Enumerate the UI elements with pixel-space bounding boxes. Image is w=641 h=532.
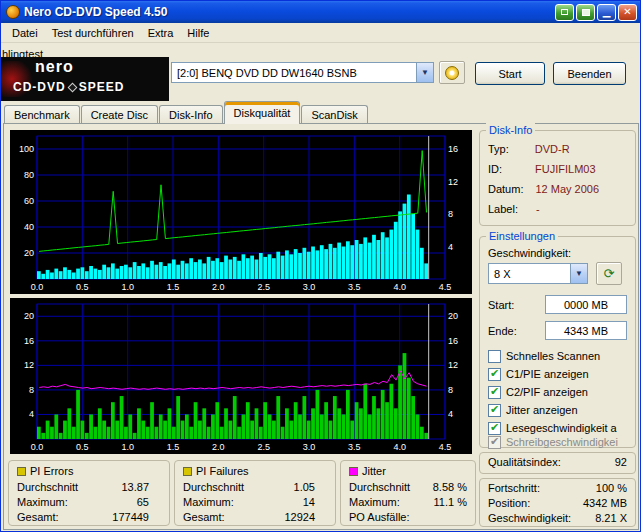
tab-scandisk[interactable]: ScanDisk xyxy=(301,105,367,124)
save-capture-button[interactable] xyxy=(576,4,595,21)
svg-text:16: 16 xyxy=(448,336,458,346)
stat-value: 177449 xyxy=(112,511,149,523)
svg-text:4: 4 xyxy=(448,242,453,252)
disk-label-label: Label: xyxy=(488,203,518,215)
end-position-field[interactable]: 4343 MB xyxy=(545,321,627,340)
checkbox-schreibgeschwindigkeit[interactable] xyxy=(488,436,501,449)
stat-value: 65 xyxy=(137,496,149,508)
pi-failures-stats-title: PI Failures xyxy=(196,465,249,477)
pi-failures-chart: 48121620481216200.00.51.01.52.02.53.03.5… xyxy=(10,298,472,454)
eject-disc-button[interactable] xyxy=(439,61,465,84)
disk-typ-label: Typ: xyxy=(488,143,509,155)
close-button[interactable]: ✕ xyxy=(618,4,637,21)
logo-product-left: CD-DVD xyxy=(13,80,66,94)
svg-text:60: 60 xyxy=(24,196,34,206)
tab-create-disc[interactable]: Create Disc xyxy=(81,105,158,124)
refresh-speed-button[interactable]: ⟳ xyxy=(596,262,622,285)
jitter-stats-title: Jitter xyxy=(362,465,386,477)
drive-select[interactable]: [2:0] BENQ DVD DD DW1640 BSNB ▼ xyxy=(171,62,434,83)
pi-errors-stats-title: PI Errors xyxy=(30,465,73,477)
nero-cd-dvd-speed-window: Nero CD-DVD Speed 4.50 ▁ ✕ Datei Test du… xyxy=(0,0,641,532)
menu-test-durchfuehren[interactable]: Test durchführen xyxy=(45,25,141,41)
svg-text:4.5: 4.5 xyxy=(439,282,452,292)
progress-box: Fortschritt:100 % Position:4342 MB Gesch… xyxy=(479,478,636,527)
logo-brand-text: nero xyxy=(35,58,74,76)
pi-errors-legend-icon xyxy=(17,467,26,476)
checkbox-schreibgeschwindigkeit-label: Schreibgeschwindigkei xyxy=(506,436,618,448)
svg-text:4.5: 4.5 xyxy=(439,442,452,452)
end-position-label: Ende: xyxy=(488,325,517,337)
disk-label-value: - xyxy=(536,203,540,215)
svg-text:12: 12 xyxy=(448,360,458,370)
svg-text:3.0: 3.0 xyxy=(303,282,316,292)
drive-select-value: [2:0] BENQ DVD DD DW1640 BSNB xyxy=(177,67,357,79)
refresh-icon: ⟳ xyxy=(604,266,615,281)
svg-text:1.5: 1.5 xyxy=(167,442,180,452)
svg-text:4.0: 4.0 xyxy=(393,282,406,292)
menu-extra[interactable]: Extra xyxy=(141,25,181,41)
speed-chevron-down-icon[interactable]: ▼ xyxy=(570,264,587,283)
stat-label: Durchschnitt xyxy=(183,481,244,493)
position-label: Position: xyxy=(488,497,530,509)
logo-product-right: SPEED xyxy=(79,80,125,94)
start-button[interactable]: Start xyxy=(475,62,545,85)
speed-select-value: 8 X xyxy=(494,268,511,280)
svg-text:12: 12 xyxy=(24,360,34,370)
menu-hilfe[interactable]: Hilfe xyxy=(180,25,216,41)
menu-datei[interactable]: Datei xyxy=(5,25,45,41)
svg-text:1.0: 1.0 xyxy=(121,442,134,452)
svg-text:40: 40 xyxy=(24,222,34,232)
checkbox-lesegeschwindigkeit[interactable] xyxy=(488,422,501,435)
pi-errors-chart: 204060801004812160.00.51.01.52.02.53.03.… xyxy=(10,130,472,294)
start-position-field[interactable]: 0000 MB xyxy=(545,295,627,314)
svg-text:20: 20 xyxy=(24,248,34,258)
svg-text:4: 4 xyxy=(29,409,34,419)
stat-value: 13.87 xyxy=(121,481,149,493)
position-value: 4342 MB xyxy=(583,497,627,509)
svg-text:2.5: 2.5 xyxy=(257,282,270,292)
save-icon xyxy=(582,9,590,16)
checkbox-c1-pie[interactable] xyxy=(488,368,501,381)
start-position-value: 0000 MB xyxy=(564,299,608,311)
tab-disk-info[interactable]: Disk-Info xyxy=(159,105,222,124)
checkbox-c2-pif[interactable] xyxy=(488,386,501,399)
pi-failures-stats-box: PI Failures Durchschnitt1.05 Maximum:14 … xyxy=(174,460,336,526)
speed-select[interactable]: 8 X ▼ xyxy=(488,263,588,284)
stat-label: Durchschnitt xyxy=(349,481,410,493)
checkbox-schnelles-scannen[interactable] xyxy=(488,350,501,363)
svg-text:2.5: 2.5 xyxy=(257,442,270,452)
svg-text:4.0: 4.0 xyxy=(393,442,406,452)
pi-failures-legend-icon xyxy=(183,467,192,476)
titlebar: Nero CD-DVD Speed 4.50 ▁ ✕ xyxy=(1,1,640,23)
app-icon xyxy=(6,5,20,19)
svg-text:3.0: 3.0 xyxy=(303,442,316,452)
stat-label: PO Ausfälle: xyxy=(349,511,410,523)
capture-window-button[interactable] xyxy=(555,4,574,21)
settings-group: Einstellungen Geschwindigkeit: 8 X ▼ ⟳ S… xyxy=(479,236,636,448)
minimize-button[interactable]: ▁ xyxy=(597,4,616,21)
svg-text:0.0: 0.0 xyxy=(31,442,44,452)
tab-benchmark[interactable]: Benchmark xyxy=(4,105,80,124)
svg-text:8: 8 xyxy=(448,385,453,395)
quit-button[interactable]: Beenden xyxy=(553,62,626,85)
svg-text:80: 80 xyxy=(24,170,34,180)
menubar: Datei Test durchführen Extra Hilfe xyxy=(1,23,640,43)
svg-text:2.0: 2.0 xyxy=(212,442,225,452)
stat-value: 1.05 xyxy=(294,481,315,493)
settings-title: Einstellungen xyxy=(486,229,558,243)
svg-text:8: 8 xyxy=(448,209,453,219)
stat-label: Gesamt: xyxy=(183,511,225,523)
disc-icon xyxy=(445,66,459,80)
svg-text:16: 16 xyxy=(24,336,34,346)
start-position-label: Start: xyxy=(488,299,514,311)
logo-product-text: CD-DVD SPEED xyxy=(13,80,124,94)
svg-text:20: 20 xyxy=(448,311,458,321)
jitter-legend-icon xyxy=(349,467,358,476)
tab-diskqualitaet[interactable]: Diskqualität xyxy=(224,101,301,124)
diskqualitaet-panel: 204060801004812160.00.51.01.52.02.53.03.… xyxy=(3,123,639,530)
speed-label: Geschwindigkeit: xyxy=(488,247,571,259)
window-title: Nero CD-DVD Speed 4.50 xyxy=(24,5,553,19)
checkbox-jitter[interactable] xyxy=(488,404,501,417)
disk-datum-label: Datum: xyxy=(488,183,523,195)
chevron-down-icon[interactable]: ▼ xyxy=(416,63,433,82)
